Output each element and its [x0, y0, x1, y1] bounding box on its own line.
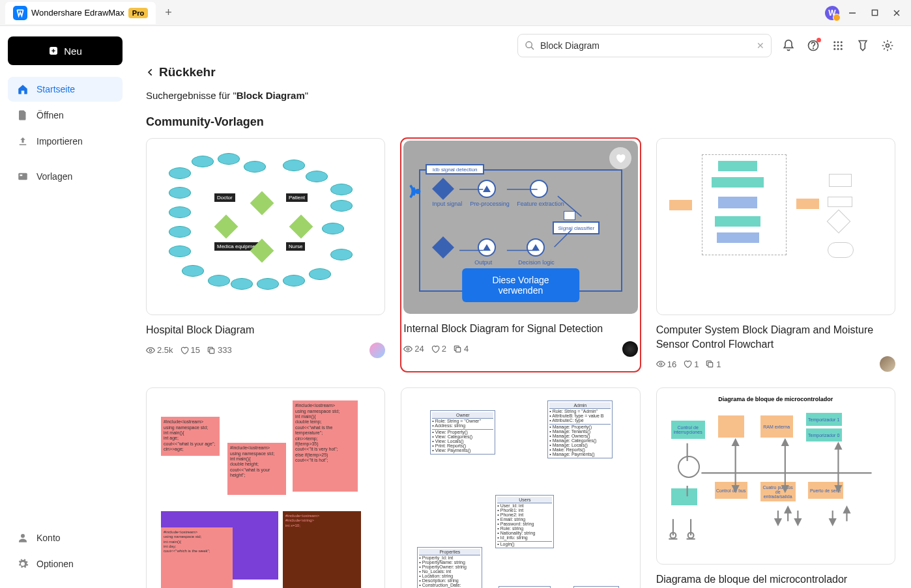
- main: ✕ Rückkehr Suchergebnisse für "Block Dia…: [130, 26, 911, 588]
- template-title: Computer System Block Diagram and Moistu…: [656, 323, 895, 351]
- views-stat: 2.5k: [146, 345, 173, 355]
- svg-rect-36: [708, 363, 713, 367]
- sidebar-item-home[interactable]: Startseite: [8, 77, 123, 102]
- sidebar-item-label: Startseite: [36, 84, 75, 94]
- svg-point-17: [833, 45, 835, 47]
- user-icon: [17, 532, 29, 544]
- new-tab-button[interactable]: +: [161, 6, 176, 20]
- sidebar-item-label: Importieren: [36, 136, 83, 147]
- svg-marker-62: [830, 519, 835, 525]
- template-thumbnail[interactable]: [656, 138, 895, 315]
- svg-marker-58: [785, 507, 790, 513]
- svg-point-23: [886, 44, 889, 48]
- maximize-button[interactable]: [865, 4, 884, 22]
- template-card[interactable]: #include<iostream>using namespace std;in…: [146, 387, 385, 588]
- search-box[interactable]: ✕: [517, 34, 772, 57]
- window-controls: W: [825, 4, 906, 22]
- svg-line-11: [531, 47, 534, 49]
- svg-rect-34: [456, 347, 461, 352]
- template-thumbnail[interactable]: #include<iostream>using namespace std;in…: [146, 387, 385, 588]
- svg-marker-43: [782, 486, 788, 492]
- template-card[interactable]: Diagrama de bloque de microcontrolador C…: [656, 387, 895, 588]
- svg-point-13: [813, 48, 814, 49]
- back-label: Rückkehr: [159, 65, 216, 79]
- tab-area: Wondershare EdrawMax Pro +: [5, 2, 176, 24]
- svg-point-14: [833, 41, 835, 43]
- svg-marker-42: [782, 440, 788, 446]
- settings-icon[interactable]: [880, 38, 895, 53]
- sidebar-item-templates[interactable]: Vorlagen: [8, 164, 123, 189]
- sidebar-item-open[interactable]: Öffnen: [8, 103, 123, 128]
- sidebar-item-label: Vorlagen: [36, 171, 72, 182]
- template-card[interactable]: Computer System Block Diagram and Moistu…: [656, 138, 895, 372]
- svg-line-29: [558, 196, 581, 216]
- pro-badge: Pro: [128, 8, 148, 18]
- svg-point-16: [841, 41, 843, 43]
- svg-point-21: [837, 48, 839, 50]
- template-card[interactable]: Owner• Role: String = "Owner"• Address: …: [401, 387, 640, 588]
- template-icon: [17, 171, 29, 182]
- search-results-label: Suchergebnisse für "Block Diagram": [146, 90, 895, 101]
- author-avatar[interactable]: [369, 343, 385, 358]
- author-avatar[interactable]: [880, 356, 895, 372]
- section-title: Community-Vorlagen: [146, 115, 895, 129]
- svg-marker-39: [732, 440, 738, 446]
- apps-icon[interactable]: [830, 38, 846, 53]
- sidebar-item-import[interactable]: Importieren: [8, 129, 123, 154]
- svg-rect-1: [872, 10, 877, 15]
- template-title: Hospital Block Diagram: [146, 323, 385, 337]
- template-thumbnail[interactable]: idb signal detection Input signal Pre-pr…: [403, 141, 637, 314]
- sidebar-item-options[interactable]: Optionen: [8, 552, 123, 576]
- svg-marker-64: [844, 507, 850, 513]
- template-stats: 24 2 4: [403, 344, 469, 354]
- theme-icon[interactable]: [855, 38, 871, 53]
- template-thumbnail[interactable]: Owner• Role: String = "Owner"• Address: …: [401, 387, 640, 588]
- new-button-label: Neu: [64, 46, 82, 57]
- close-button[interactable]: [888, 4, 906, 22]
- svg-rect-8: [20, 175, 23, 176]
- template-thumbnail[interactable]: Diagrama de bloque de microcontrolador C…: [656, 387, 895, 565]
- titlebar: Wondershare EdrawMax Pro + W: [0, 0, 911, 26]
- likes-stat: 15: [180, 345, 200, 355]
- svg-point-18: [837, 45, 839, 47]
- back-button[interactable]: Rückkehr: [146, 65, 895, 79]
- sidebar-item-label: Öffnen: [36, 110, 64, 120]
- svg-rect-7: [18, 173, 27, 180]
- app-tab[interactable]: Wondershare EdrawMax Pro: [5, 2, 156, 24]
- help-icon[interactable]: [805, 38, 821, 53]
- svg-point-22: [841, 48, 843, 50]
- template-card-selected[interactable]: idb signal detection Input signal Pre-pr…: [401, 138, 640, 372]
- new-button[interactable]: Neu: [8, 36, 123, 65]
- sidebar: Neu Startseite Öffnen Importieren Vorlag…: [0, 26, 130, 588]
- template-stats: 16 1 1: [656, 359, 721, 369]
- sidebar-item-account[interactable]: Konto: [8, 525, 123, 550]
- svg-point-24: [149, 349, 152, 352]
- minimize-button[interactable]: [843, 4, 861, 22]
- svg-point-15: [837, 41, 839, 43]
- user-avatar[interactable]: W: [825, 6, 839, 20]
- gear-icon: [17, 558, 29, 570]
- app-name: Wondershare EdrawMax: [31, 8, 124, 18]
- svg-rect-25: [210, 348, 214, 353]
- template-title: Diagrama de bloque del microcontrolador: [656, 572, 895, 587]
- search-input[interactable]: [540, 40, 751, 51]
- search-clear-button[interactable]: ✕: [757, 40, 764, 51]
- app-logo-icon: [13, 6, 27, 20]
- notifications-icon[interactable]: [781, 38, 796, 53]
- copies-stat: 333: [207, 345, 232, 355]
- file-icon: [17, 109, 29, 121]
- template-thumbnail[interactable]: Doctor Patient Medica equipment Nurse: [146, 138, 385, 315]
- author-avatar[interactable]: [622, 341, 638, 357]
- svg-point-26: [416, 190, 420, 193]
- svg-point-33: [407, 348, 410, 350]
- template-card[interactable]: Doctor Patient Medica equipment Nurse: [146, 138, 385, 372]
- sidebar-item-label: Optionen: [36, 559, 74, 569]
- svg-marker-56: [775, 519, 781, 525]
- svg-marker-60: [795, 519, 801, 525]
- use-template-button[interactable]: Diese Vorlage verwenden: [462, 268, 579, 302]
- template-grid: Doctor Patient Medica equipment Nurse: [146, 138, 895, 588]
- template-stats: 2.5k 15 333: [146, 345, 232, 355]
- svg-point-19: [841, 45, 843, 47]
- topbar: ✕: [130, 26, 911, 65]
- svg-line-30: [555, 230, 571, 247]
